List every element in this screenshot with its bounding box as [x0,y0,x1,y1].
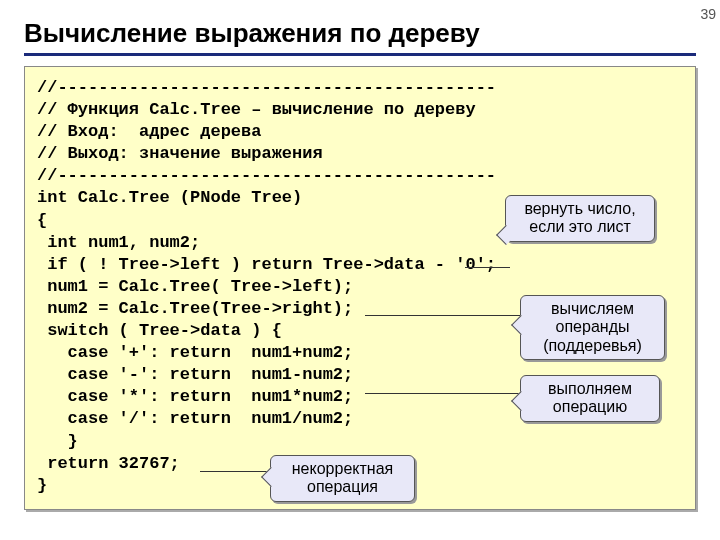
code-line: } [37,431,683,453]
callout-return-leaf: вернуть число, если это лист [505,195,655,242]
callout-text: операция [281,478,404,496]
callout-text: выполняем [531,380,649,398]
code-line: // Вход: адрес дерева [37,121,683,143]
code-line: //--------------------------------------… [37,165,683,187]
connector-line [465,267,510,268]
code-line: if ( ! Tree->left ) return Tree->data - … [37,254,683,276]
callout-text: некорректная [281,460,404,478]
page-number: 39 [700,6,716,22]
callout-text: (поддеревья) [531,337,654,355]
slide-title: Вычисление выражения по дереву [0,0,720,53]
code-line: // Функция Calc.Tree – вычисление по дер… [37,99,683,121]
callout-text: вычисляем [531,300,654,318]
callout-perform-operation: выполняем операцию [520,375,660,422]
code-line: // Выход: значение выражения [37,143,683,165]
callout-text: операнды [531,318,654,336]
callout-text: если это лист [516,218,644,236]
connector-line [365,315,525,316]
connector-line [200,471,275,472]
callout-invalid-operation: некорректная операция [270,455,415,502]
callout-text: операцию [531,398,649,416]
code-line: //--------------------------------------… [37,77,683,99]
code-block: //--------------------------------------… [24,66,696,510]
callout-text: вернуть число, [516,200,644,218]
connector-line [365,393,525,394]
callout-compute-operands: вычисляем операнды (поддеревья) [520,295,665,360]
title-underline [24,53,696,56]
